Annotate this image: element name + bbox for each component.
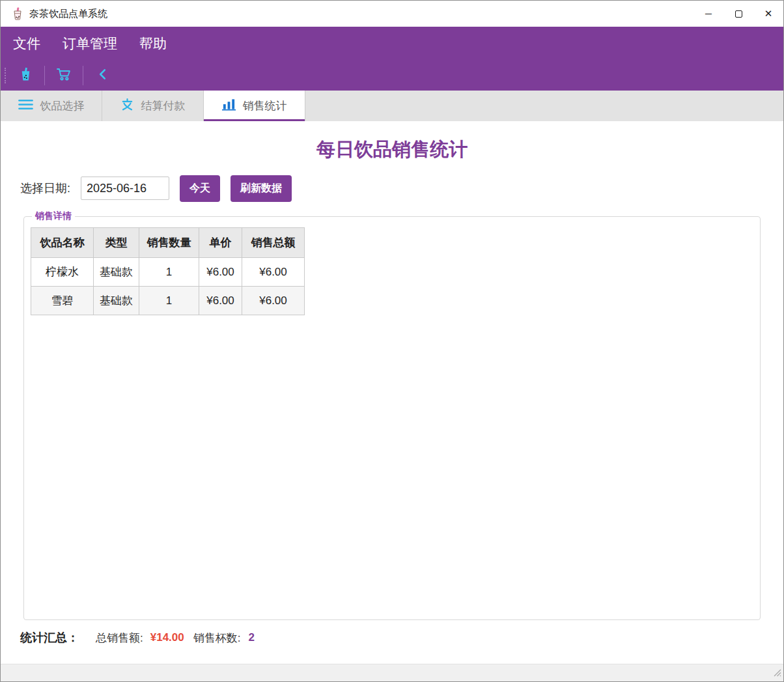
refresh-data-button[interactable]: 刷新数据 [231,175,292,202]
cell-sales-total[interactable]: ¥6.00 [242,258,305,287]
back-arrow-icon [98,68,107,83]
cell-quantity[interactable]: 1 [139,287,199,315]
minimize-icon: ─ [705,9,712,18]
toolbar-separator [83,66,83,85]
cell-unit-price[interactable]: ¥6.00 [199,258,242,287]
cell-quantity[interactable]: 1 [139,258,199,287]
column-header-unit-price[interactable]: 单价 [199,228,242,258]
sales-statistics-page: 每日饮品销售统计 选择日期: 今天 刷新数据 销售详情 饮品名称 类型 销售数量… [1,121,783,664]
close-icon: ✕ [764,8,773,20]
cell-sales-total[interactable]: ¥6.00 [242,287,305,315]
back-toolbar-button[interactable] [89,63,116,88]
tab-drink-selection[interactable]: 饮品选择 [1,91,102,121]
cups-sold-label: 销售杯数: [193,631,241,646]
bubble-tea-app-icon [11,7,24,20]
menu-item-order-management[interactable]: 订单管理 [51,27,128,61]
drink-cup-toolbar-button[interactable] [12,63,39,88]
column-header-quantity[interactable]: 销售数量 [139,228,199,258]
summary-title: 统计汇总： [20,630,79,646]
statusbar [1,664,783,681]
tab-label: 饮品选择 [40,98,85,113]
date-filter-row: 选择日期: 今天 刷新数据 [20,176,783,201]
tab-label: 结算付款 [141,98,186,113]
date-label: 选择日期: [20,180,70,196]
groupbox-title: 销售详情 [32,210,75,222]
table-row[interactable]: 雪碧 基础款 1 ¥6.00 ¥6.00 [31,287,305,315]
cell-drink-name[interactable]: 雪碧 [31,287,94,315]
bar-chart-icon [222,98,236,114]
maximize-icon [735,10,742,18]
date-input[interactable] [81,177,169,200]
total-sales-label: 总销售额: [96,631,143,646]
tab-label: 销售统计 [243,98,287,113]
cell-drink-name[interactable]: 柠檬水 [31,258,94,287]
close-button[interactable]: ✕ [753,1,783,27]
cart-icon [56,67,72,84]
payment-icon [120,98,134,115]
menu-lines-icon [18,99,33,113]
sales-table: 饮品名称 类型 销售数量 单价 销售总额 柠檬水 基础款 1 ¥6.00 ¥6.… [31,227,305,315]
resize-grip-icon[interactable] [773,668,781,679]
window-controls: ─ ✕ [693,1,783,27]
maximize-button[interactable] [723,1,753,27]
cell-unit-price[interactable]: ¥6.00 [199,287,242,315]
cell-type[interactable]: 基础款 [94,287,139,315]
drink-cup-icon [19,67,33,84]
cups-sold-value: 2 [248,631,254,644]
sales-detail-groupbox: 销售详情 饮品名称 类型 销售数量 单价 销售总额 柠檬水 基础款 1 [23,216,761,620]
tabbar: 饮品选择 结算付款 销售统计 [1,91,783,121]
toolbar-grip-handle[interactable] [5,68,7,83]
table-header-row: 饮品名称 类型 销售数量 单价 销售总额 [31,228,305,258]
total-sales-value: ¥14.00 [150,631,184,644]
menu-item-file[interactable]: 文件 [2,27,51,61]
column-header-sales-total[interactable]: 销售总额 [242,228,305,258]
window-title: 奈茶饮品点单系统 [29,8,107,20]
toolbar [1,61,783,91]
column-header-type[interactable]: 类型 [94,228,139,258]
page-title: 每日饮品销售统计 [1,138,783,160]
today-button[interactable]: 今天 [180,175,220,202]
table-row[interactable]: 柠檬水 基础款 1 ¥6.00 ¥6.00 [31,258,305,287]
tab-sales-statistics[interactable]: 销售统计 [204,91,305,121]
toolbar-separator [44,66,45,85]
summary-row: 统计汇总： 总销售额: ¥14.00 销售杯数: 2 [20,629,783,646]
column-header-drink-name[interactable]: 饮品名称 [31,228,94,258]
app-window: 奈茶饮品点单系统 ─ ✕ 文件 订单管理 帮助 [0,0,784,682]
minimize-button[interactable]: ─ [693,1,723,27]
titlebar: 奈茶饮品点单系统 ─ ✕ [1,1,783,27]
menubar: 文件 订单管理 帮助 [1,27,783,61]
tab-checkout-payment[interactable]: 结算付款 [102,91,204,121]
cell-type[interactable]: 基础款 [94,258,139,287]
cart-toolbar-button[interactable] [50,63,77,88]
menu-item-help[interactable]: 帮助 [128,27,178,61]
